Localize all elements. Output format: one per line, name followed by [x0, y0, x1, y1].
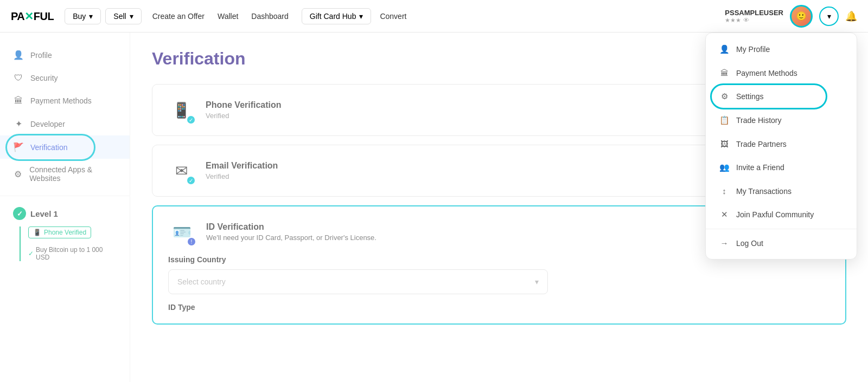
- menu-label-invite-friend: Invite a Friend: [736, 163, 784, 172]
- settings-icon: ⚙: [719, 92, 730, 101]
- username: PSSAMPLEUSER: [725, 9, 783, 17]
- wallet-link[interactable]: Wallet: [218, 12, 238, 21]
- user-info: PSSAMPLEUSER ★★★ 👁: [725, 9, 783, 24]
- sell-label: Sell: [113, 12, 126, 21]
- menu-divider: [706, 229, 857, 229]
- transactions-icon: ↕: [719, 186, 730, 196]
- gift-card-button[interactable]: Gift Card Hub ▾: [302, 8, 372, 24]
- sell-chevron-icon: ▾: [130, 12, 133, 21]
- invite-icon: 👥: [719, 163, 730, 172]
- eye-icon: 👁: [743, 17, 749, 23]
- convert-link[interactable]: Convert: [380, 12, 406, 21]
- buy-label: Buy: [73, 12, 86, 21]
- navbar-right: PSSAMPLEUSER ★★★ 👁 🙂 ▾ 🔔: [725, 5, 857, 28]
- gift-card-chevron-icon: ▾: [359, 12, 363, 21]
- menu-item-invite-friend[interactable]: 👥 Invite a Friend: [706, 156, 857, 179]
- notifications-bell-icon[interactable]: 🔔: [845, 10, 857, 22]
- community-icon: ✕: [719, 210, 730, 219]
- buy-button[interactable]: Buy ▾: [65, 8, 101, 24]
- menu-item-payment-methods[interactable]: 🏛 Payment Methods: [706, 61, 857, 85]
- chevron-down-icon: ▾: [827, 12, 831, 21]
- menu-item-my-profile[interactable]: 👤 My Profile: [706, 37, 857, 61]
- buy-chevron-icon: ▾: [89, 12, 93, 21]
- menu-label-payment-methods: Payment Methods: [736, 69, 797, 77]
- menu-item-trade-partners[interactable]: 🖼 Trade Partners: [706, 132, 857, 156]
- menu-item-log-out[interactable]: → Log Out: [706, 231, 857, 255]
- menu-item-trade-history[interactable]: 📋 Trade History: [706, 108, 857, 132]
- user-dropdown-menu: 👤 My Profile 🏛 Payment Methods ⚙ Setting…: [705, 33, 857, 260]
- menu-item-my-transactions[interactable]: ↕ My Transactions: [706, 179, 857, 203]
- logout-icon: →: [719, 238, 730, 248]
- create-offer-link[interactable]: Create an Offer: [152, 12, 205, 21]
- menu-label-join-community: Join Paxful Community: [736, 210, 814, 219]
- menu-label-my-transactions: My Transactions: [736, 187, 792, 196]
- trade-history-icon: 📋: [719, 115, 730, 125]
- avatar: 🙂: [790, 5, 813, 28]
- payment-icon: 🏛: [719, 68, 730, 77]
- menu-item-settings[interactable]: ⚙ Settings: [706, 85, 857, 108]
- dashboard-link[interactable]: Dashboard: [251, 12, 289, 21]
- menu-label-log-out: Log Out: [736, 239, 763, 248]
- menu-label-trade-partners: Trade Partners: [736, 140, 787, 148]
- profile-icon: 👤: [719, 44, 730, 54]
- gift-card-label: Gift Card Hub: [310, 12, 356, 21]
- trade-partners-icon: 🖼: [719, 139, 730, 148]
- user-dropdown-button[interactable]: ▾: [819, 7, 839, 26]
- menu-item-join-community[interactable]: ✕ Join Paxful Community: [706, 203, 857, 226]
- user-stars: ★★★ 👁: [725, 17, 783, 24]
- logo: PA✕FUL: [11, 10, 54, 23]
- sell-button[interactable]: Sell ▾: [105, 8, 141, 24]
- menu-label-trade-history: Trade History: [736, 116, 782, 125]
- menu-label-my-profile: My Profile: [736, 45, 770, 54]
- menu-label-settings: Settings: [736, 92, 764, 101]
- navbar: PA✕FUL Buy ▾ Sell ▾ Create an Offer Wall…: [0, 0, 868, 33]
